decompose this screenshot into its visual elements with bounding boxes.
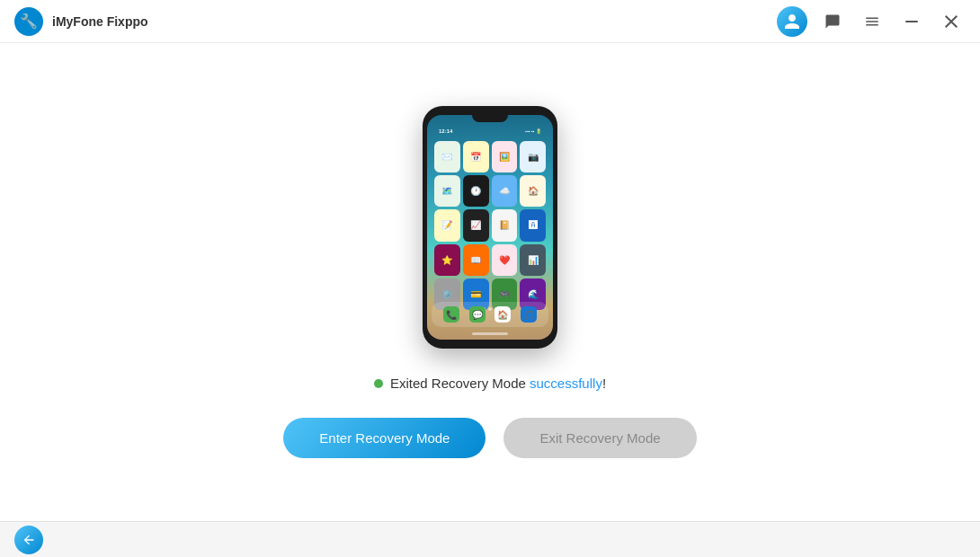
app-health: ❤️	[492, 244, 518, 276]
title-bar-left: 🔧 iMyFone Fixppo	[14, 7, 148, 36]
app-maps: 🗺️	[434, 175, 460, 207]
app-clock: 🕐	[463, 175, 489, 207]
phone-frame: 12:14 ▪▪▪ ▪▪ 🔋 ✉️ 📅 🖼️ 📷 🗺️ 🕐 ☁️ 🏠 📝 📈 📔	[423, 106, 557, 349]
back-arrow-icon	[22, 533, 36, 547]
title-bar: 🔧 iMyFone Fixppo	[0, 0, 980, 43]
status-section: Exited Recovery Mode successfully!	[374, 376, 606, 391]
app-logo-icon: 🔧	[14, 7, 43, 36]
main-content: 12:14 ▪▪▪ ▪▪ 🔋 ✉️ 📅 🖼️ 📷 🗺️ 🕐 ☁️ 🏠 📝 📈 📔	[0, 43, 980, 521]
app-notes: 📝	[434, 209, 460, 241]
app-weather: ☁️	[492, 175, 518, 207]
dock-home: 🏠	[494, 306, 511, 323]
app-itunes: ⭐	[434, 244, 460, 276]
user-icon	[783, 13, 801, 31]
enter-recovery-mode-button[interactable]: Enter Recovery Mode	[283, 418, 486, 458]
minimize-icon	[905, 21, 918, 22]
app-home: 🏠	[520, 175, 546, 207]
menu-button[interactable]	[858, 7, 886, 36]
back-button[interactable]	[14, 526, 43, 554]
phone-status-icons: ▪▪▪ ▪▪ 🔋	[525, 128, 541, 134]
close-button[interactable]	[937, 7, 966, 36]
status-highlight: successfully	[530, 376, 602, 391]
dock-messages: 💬	[469, 306, 486, 323]
svg-text:🔧: 🔧	[20, 13, 38, 30]
app-title: iMyFone Fixppo	[52, 14, 148, 29]
minimize-button[interactable]	[897, 7, 926, 36]
title-bar-right	[777, 6, 966, 37]
app-files: 📊	[520, 244, 546, 276]
phone-dock: 📞 💬 🏠 🎵	[432, 302, 548, 327]
status-dot	[374, 379, 383, 388]
app-appstore: 🅰	[520, 209, 546, 241]
app-calendar: 📅	[463, 141, 489, 172]
hamburger-icon	[864, 13, 880, 30]
app-camera: 📷	[520, 141, 546, 172]
bottom-bar	[0, 521, 980, 557]
status-message: Exited Recovery Mode successfully!	[390, 376, 606, 391]
app-stocks: 📈	[463, 209, 489, 241]
phone-time: 12:14	[439, 128, 452, 134]
app-photos: 🖼️	[492, 141, 518, 172]
phone-illustration: 12:14 ▪▪▪ ▪▪ 🔋 ✉️ 📅 🖼️ 📷 🗺️ 🕐 ☁️ 🏠 📝 📈 📔	[423, 106, 557, 349]
app-mail: ✉️	[434, 141, 460, 172]
chat-icon	[824, 13, 841, 30]
exit-recovery-mode-button[interactable]: Exit Recovery Mode	[503, 418, 696, 458]
action-buttons: Enter Recovery Mode Exit Recovery Mode	[283, 418, 696, 458]
app-books: 📖	[463, 244, 489, 276]
dock-music: 🎵	[521, 306, 537, 323]
phone-screen: 12:14 ▪▪▪ ▪▪ 🔋 ✉️ 📅 🖼️ 📷 🗺️ 🕐 ☁️ 🏠 📝 📈 📔	[427, 115, 553, 340]
app-reminders: 📔	[492, 209, 518, 241]
phone-notch	[472, 115, 508, 122]
chat-button[interactable]	[818, 7, 847, 36]
svg-rect-2	[905, 21, 918, 22]
dock-phone: 📞	[443, 306, 459, 323]
close-icon	[945, 15, 958, 28]
user-avatar-button[interactable]	[777, 6, 807, 37]
phone-status-bar: 12:14 ▪▪▪ ▪▪ 🔋	[432, 124, 548, 138]
home-indicator	[472, 332, 508, 335]
app-grid: ✉️ 📅 🖼️ 📷 🗺️ 🕐 ☁️ 🏠 📝 📈 📔 🅰 ⭐ 📖 ❤️ 📊	[432, 138, 548, 313]
